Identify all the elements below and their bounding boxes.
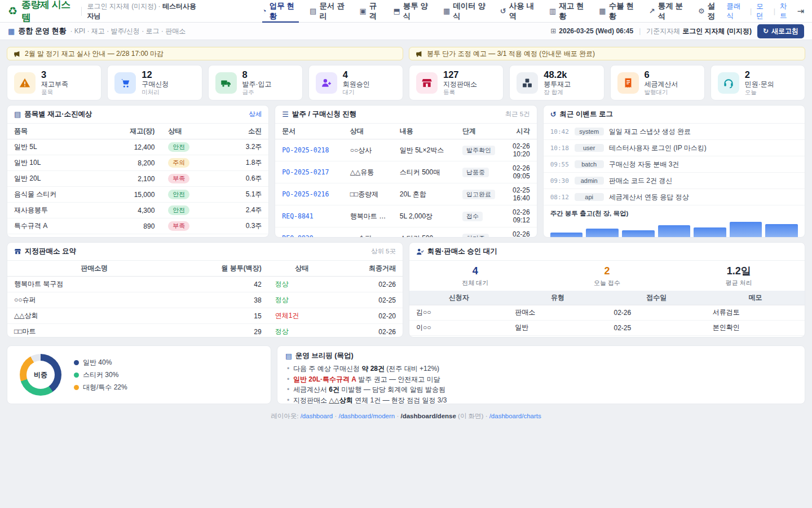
nav-tab-specs[interactable]: ▣규격 [360, 0, 383, 23]
share-donut-panel: 비중 일반 40% 스티커 30% 대형/특수 22% [7, 345, 271, 404]
theme-link-modern[interactable]: 모던 [756, 2, 769, 21]
notice-banners: 2월 말 정기 재고 실사 안내 — 2/28 17:00 마감 봉투 단가 조… [7, 47, 805, 60]
kpi-sublabel: 품목 [41, 89, 68, 96]
doc-link[interactable]: PO-2025-0216 [275, 183, 343, 205]
gauge-icon: ◔ [262, 7, 267, 15]
donut-legend: 일반 40% 스티커 30% 대형/특수 22% [74, 358, 127, 392]
kpi-cards: 3재고부족품목 12구매신청미처리 8발주·입고금주 4회원승인대기 127지정… [7, 65, 805, 100]
doc-link[interactable]: REQ-8841 [275, 205, 343, 227]
archive-icon: ▤ [14, 110, 21, 119]
list-item: 10:18user테스터사용자 로그인 (IP 마스킹) [544, 140, 805, 156]
history-icon: ↺ [500, 7, 506, 15]
kpi-card-designated-stores[interactable]: 127지정판매소등록 [409, 65, 504, 100]
kpi-value: 12 [142, 69, 169, 80]
approvals-table: 신청자 유형 접수일 메모 김○○판매소02-26서류검토 이○○일반02-25… [409, 291, 805, 338]
table-row: PO-2025-0217△△유통스티커 500매납품중02-26 09:05 [275, 161, 536, 183]
headset-icon [723, 77, 734, 89]
kpi-card-low-stock[interactable]: 3재고부족품목 [7, 65, 102, 100]
legend-dot [74, 360, 79, 365]
app-title: 종량제 시스템 [21, 0, 76, 24]
status-badge: 안전 [168, 205, 189, 215]
kpi-label: 회원승인 [343, 80, 370, 89]
divider [81, 7, 82, 16]
kpi-label: 발주·입고 [242, 80, 272, 89]
bar-mon [550, 233, 583, 238]
briefing-panel: ▤운영 브리핑 (목업) 다음 주 예상 구매신청 약 28건 (전주 대비 +… [277, 345, 805, 404]
kpi-value: 8 [242, 69, 272, 80]
history-icon: ↺ [550, 110, 557, 119]
list-item: 세금계산서 6건 미발행 — 담당 회계에 알림 발송됨 [285, 384, 797, 395]
layout-link-dashboard[interactable]: /dashboard [301, 413, 333, 419]
detail-link[interactable]: 상세 [249, 110, 262, 119]
legend-dot [74, 373, 79, 378]
kpi-value: 3 [41, 69, 68, 80]
event-tag: batch [575, 160, 604, 168]
kpi-card-orders-inbound[interactable]: 8발주·입고금주 [208, 65, 303, 100]
nav-tab-transfer-status[interactable]: ▦수불 현황 [599, 0, 638, 23]
kpi-label: 지정판매소 [443, 80, 477, 89]
kpi-label: 재고부족 [41, 80, 68, 89]
table-row: 김○○판매소02-26서류검토 [409, 305, 805, 320]
theme-link-chart[interactable]: 차트 [780, 2, 792, 21]
kpi-sublabel: 금주 [242, 89, 272, 96]
panel-title: 운영 브리핑 (목업) [295, 351, 354, 361]
status-badge: 주의 [168, 158, 189, 168]
doc-link[interactable]: PO-2025-0218 [275, 139, 343, 161]
topbar-right: 클래식 | 모던 | 차트 ⇥ [726, 2, 804, 21]
kpi-card-purchase-requests[interactable]: 12구매신청미처리 [107, 65, 202, 100]
list-item: 다음 주 예상 구매신청 약 28건 (전주 대비 +12%) [285, 364, 797, 374]
kpi-card-tax-invoices[interactable]: 6세금계산서발행대기 [610, 65, 705, 100]
table-row: 재사용봉투4,300안전2.4주 [7, 203, 268, 218]
truck-icon [220, 77, 232, 89]
store-icon [421, 77, 433, 89]
megaphone-icon [13, 50, 20, 58]
status-badge: 부족 [168, 174, 189, 183]
kpi-label: 봉투재고 [544, 80, 571, 89]
refresh-icon: ↻ [763, 27, 769, 35]
event-tag: user [575, 144, 604, 152]
document-icon: ▤ [310, 7, 316, 15]
recent-count-label: 최근 5건 [505, 110, 530, 119]
kpi-card-bag-inventory[interactable]: 48.2k봉투재고장 합계 [509, 65, 604, 100]
layout-link-modern[interactable]: /dashboard/modern [338, 413, 395, 419]
nav-tab-usage-history[interactable]: ↺사용 내역 [500, 0, 539, 23]
main-nav: ◔업무 현황 ▤문서 관리 ▣규격 ⬒봉투 양식 ▦데이터 양식 ↺사용 내역 … [262, 0, 721, 23]
kpi-card-complaints[interactable]: 2민원·문의오늘 [710, 65, 805, 100]
notice-banner-inspection: 2월 말 정기 재고 실사 안내 — 2/28 17:00 마감 [7, 47, 403, 60]
nav-tab-bag-forms[interactable]: ⬒봉투 양식 [393, 0, 432, 23]
refresh-button[interactable]: ↻ 새로고침 [757, 24, 804, 38]
doc-link[interactable]: REQ-8839 [275, 227, 343, 238]
kpi-value: 127 [443, 69, 477, 80]
approval-stats: 4전체 대기 2오늘 접수 1.2일평균 처리 [409, 261, 805, 291]
nav-tab-inventory-status[interactable]: ▥재고 현황 [549, 0, 588, 23]
logout-icon[interactable]: ⇥ [797, 6, 804, 16]
table-row: 일반 10L8,200주의1.8주 [7, 155, 268, 171]
table-row: 일반 5L12,400안전3.2주 [7, 139, 268, 155]
receipt-icon [623, 77, 634, 89]
gear-icon: ⚙ [698, 7, 705, 15]
event-tag: api [575, 193, 604, 201]
kpi-value: 6 [645, 69, 678, 80]
nav-tab-settings[interactable]: ⚙설정 [698, 0, 721, 23]
layout-link-charts[interactable]: /dashboard/charts [489, 413, 541, 419]
doc-link[interactable]: PO-2025-0217 [275, 161, 343, 183]
nav-tab-work-status[interactable]: ◔업무 현황 [262, 0, 299, 23]
list-item: 지정판매소 △△상회 연체 1건 — 현장 점검 일정 3/3 [285, 395, 797, 405]
stage-badge: 발주확인 [462, 146, 495, 155]
theme-link-classic[interactable]: 클래식 [726, 2, 745, 21]
kpi-value: 2 [745, 69, 774, 80]
megaphone-icon [415, 50, 422, 58]
table-row: REQ-8839○○슈퍼스티커 500처리중02-26 08:45 [275, 227, 536, 238]
bar-sat [730, 222, 762, 238]
kpi-card-member-approvals[interactable]: 4회원승인대기 [308, 65, 403, 100]
warning-icon [19, 77, 30, 89]
stage-badge: 입고완료 [462, 190, 495, 199]
brand[interactable]: ♻ 종량제 시스템 [8, 0, 76, 24]
table-row: △△상회15연체1건02-20 [7, 308, 403, 324]
nav-tab-data-forms[interactable]: ▦데이터 양식 [443, 0, 489, 23]
inventory-table: 품목 재고(장) 상태 소진 일반 5L12,400안전3.2주 일반 10L8… [7, 124, 268, 234]
nav-tab-documents[interactable]: ▤문서 관리 [310, 0, 348, 23]
bar-sun [765, 224, 798, 238]
bar-chart [550, 221, 798, 238]
nav-tab-statistics[interactable]: ↗통계 분석 [649, 0, 687, 23]
